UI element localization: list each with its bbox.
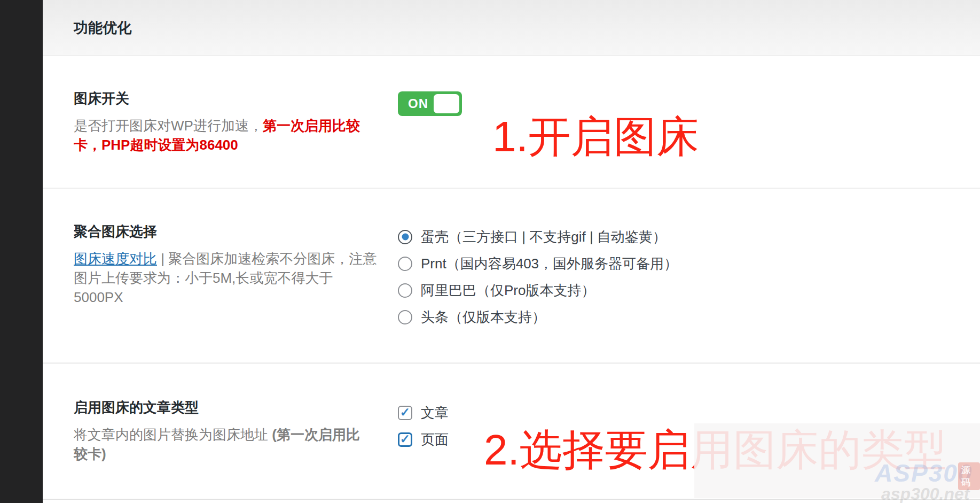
setting-label-switch: 图床开关: [74, 89, 379, 107]
radio-option-label: 阿里巴巴（仅Pro版本支持）: [421, 281, 595, 300]
setting-label-bed-select: 聚合图床选择: [74, 222, 379, 241]
radio-option-prnt[interactable]: Prnt（国内容易403，国外服务器可备用）: [398, 250, 678, 277]
setting-row-control: ON: [398, 89, 462, 188]
radio-option-danke[interactable]: 蛋壳（三方接口 | 不支持gif | 自动鉴黄）: [398, 223, 678, 250]
radio-option-toutiao[interactable]: 头条（仅版本支持）: [398, 304, 678, 330]
radio-icon[interactable]: [398, 257, 412, 271]
check-icon: ✓: [400, 406, 410, 419]
radio-icon[interactable]: [398, 310, 412, 324]
radio-option-alibaba[interactable]: 阿里巴巴（仅Pro版本支持）: [398, 277, 678, 304]
app-root: 功能优化 图床开关 是否打开图床对WP进行加速，第一次启用比较 卡，PHP超时设…: [0, 0, 980, 500]
radio-option-label: 蛋壳（三方接口 | 不支持gif | 自动鉴黄）: [421, 228, 667, 246]
desc-normal-text: 是否打开图床对WP进行加速，: [74, 118, 263, 134]
checkbox-option-label: 页面: [421, 430, 449, 449]
checkbox-option-page[interactable]: ✓ 页面: [398, 426, 449, 453]
setting-desc-post-types: 将文章内的图片替换为图床地址 (第一次启用比 较卡): [74, 425, 379, 463]
admin-sidebar[interactable]: [0, 0, 43, 503]
page-title: 功能优化: [74, 18, 131, 37]
settings-panel: 功能优化 图床开关 是否打开图床对WP进行加速，第一次启用比较 卡，PHP超时设…: [43, 0, 980, 500]
checkbox-group-post-types: ✓ 文章 ✓ 页面: [398, 399, 449, 499]
checkbox-option-label: 文章: [421, 404, 449, 422]
image-bed-toggle[interactable]: ON: [398, 91, 462, 116]
checkbox-checked-focused-icon[interactable]: ✓: [398, 432, 412, 447]
setting-desc-bed-select: 图床速度对比 | 聚合图床加速检索不分图床，注意 图片上传要求为：小于5M,长或…: [74, 249, 379, 307]
setting-desc-switch: 是否打开图床对WP进行加速，第一次启用比较 卡，PHP超时设置为86400: [74, 116, 379, 154]
radio-group-image-bed: 蛋壳（三方接口 | 不支持gif | 自动鉴黄） Prnt（国内容易403，国外…: [398, 223, 678, 362]
setting-row-text: 聚合图床选择 图床速度对比 | 聚合图床加速检索不分图床，注意 图片上传要求为：…: [74, 222, 379, 362]
setting-row-post-types: 启用图床的文章类型 将文章内的图片替换为图床地址 (第一次启用比 较卡) ✓ 文…: [43, 364, 980, 500]
setting-row-image-bed-switch: 图床开关 是否打开图床对WP进行加速，第一次启用比较 卡，PHP超时设置为864…: [43, 56, 980, 189]
setting-label-post-types: 启用图床的文章类型: [74, 398, 379, 416]
page-header: 功能优化: [43, 0, 980, 56]
toggle-knob[interactable]: [434, 94, 459, 113]
speed-compare-link[interactable]: 图床速度对比: [74, 251, 157, 267]
radio-option-label: Prnt（国内容易403，国外服务器可备用）: [421, 254, 678, 273]
setting-row-text: 图床开关 是否打开图床对WP进行加速，第一次启用比较 卡，PHP超时设置为864…: [74, 89, 379, 188]
setting-row-bed-select: 聚合图床选择 图床速度对比 | 聚合图床加速检索不分图床，注意 图片上传要求为：…: [43, 189, 980, 364]
setting-row-text: 启用图床的文章类型 将文章内的图片替换为图床地址 (第一次启用比 较卡): [74, 398, 379, 499]
radio-option-label: 头条（仅版本支持）: [421, 308, 546, 327]
radio-selected-icon[interactable]: [398, 230, 412, 244]
toggle-on-label: ON: [408, 96, 428, 111]
check-icon: ✓: [400, 433, 410, 445]
checkbox-option-post[interactable]: ✓ 文章: [398, 399, 449, 426]
desc-normal-text: 将文章内的图片替换为图床地址: [74, 427, 272, 443]
checkbox-checked-icon[interactable]: ✓: [398, 406, 412, 420]
radio-icon[interactable]: [398, 283, 412, 298]
